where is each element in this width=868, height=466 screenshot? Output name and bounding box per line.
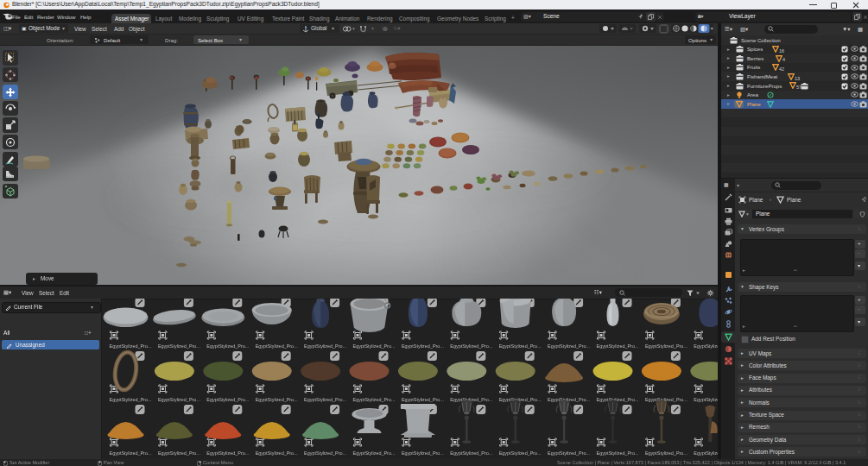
svg-text:EgyptStylized_Pro...: EgyptStylized_Pro... xyxy=(499,450,542,456)
svg-text:EgyptStylized_Pro...: EgyptStylized_Pro... xyxy=(548,396,590,402)
svg-text:EgyptStylized_Pro...: EgyptStylized_Pro... xyxy=(402,343,444,349)
svg-text:EgyptStylized_Pro...: EgyptStylized_Pro... xyxy=(206,450,249,456)
svg-text:EgyptStylized_Pro...: EgyptStylized_Pro... xyxy=(402,450,444,456)
svg-text:EgyptStylized_Pro...: EgyptStylized_Pro... xyxy=(304,450,346,456)
svg-text:EgyptStylized_Pro...: EgyptStylized_Pro... xyxy=(450,450,492,456)
svg-text:EgyptStylized_Pro...: EgyptStylized_Pro... xyxy=(110,450,152,456)
svg-text:EgyptStylized_Pro...: EgyptStylized_Pro... xyxy=(158,450,200,456)
svg-text:EgyptStylized_Pro...: EgyptStylized_Pro... xyxy=(645,450,687,456)
svg-text:EgyptStylized_Pro...: EgyptStylized_Pro... xyxy=(206,396,249,402)
svg-text:EgyptStylized_Pro...: EgyptStylized_Pro... xyxy=(110,396,152,402)
svg-text:EgyptStylized_Pro...: EgyptStylized_Pro... xyxy=(645,343,687,349)
svg-text:EgyptStylized_Pro...: EgyptStylized_Pro... xyxy=(450,343,492,349)
svg-text:EgyptStylized_Pro...: EgyptStylized_Pro... xyxy=(548,450,590,456)
svg-text:EgyptStylized_Pro...: EgyptStylized_Pro... xyxy=(256,343,298,349)
svg-text:EgyptStylized_Pro...: EgyptStylized_Pro... xyxy=(206,343,249,349)
svg-text:EgyptStylized_Pro...: EgyptStylized_Pro... xyxy=(158,343,200,349)
svg-text:EgyptStylized_Pro...: EgyptStylized_Pro... xyxy=(304,343,346,349)
svg-text:EgyptStylized_Pro...: EgyptStylized_Pro... xyxy=(597,343,639,349)
svg-text:EgyptStylized_Pro...: EgyptStylized_Pro... xyxy=(256,396,298,402)
svg-text:EgyptStylized_Pro...: EgyptStylized_Pro... xyxy=(353,343,396,349)
svg-text:EgyptStylized_Pro...: EgyptStylized_Pro... xyxy=(645,396,687,402)
svg-text:EgyptStylized_Pro...: EgyptStylized_Pro... xyxy=(402,396,444,402)
svg-text:EgyptStylized_Pro...: EgyptStylized_Pro... xyxy=(256,450,298,456)
svg-text:EgyptStylized_Pro...: EgyptStylized_Pro... xyxy=(694,396,718,402)
svg-text:EgyptStylized_Pro...: EgyptStylized_Pro... xyxy=(353,396,396,402)
svg-text:EgyptStylized_Pro...: EgyptStylized_Pro... xyxy=(548,343,590,349)
svg-text:EgyptStylized_Pro...: EgyptStylized_Pro... xyxy=(694,343,718,349)
svg-text:EgyptStylized_Pro...: EgyptStylized_Pro... xyxy=(499,343,542,349)
svg-text:EgyptStylized_Pro...: EgyptStylized_Pro... xyxy=(450,396,492,402)
svg-text:EgyptStylized_Pro...: EgyptStylized_Pro... xyxy=(158,396,200,402)
svg-text:EgyptStylized_Pro...: EgyptStylized_Pro... xyxy=(597,396,639,402)
svg-text:EgyptStylized_Pro...: EgyptStylized_Pro... xyxy=(499,396,542,402)
svg-text:EgyptStylized_Pro...: EgyptStylized_Pro... xyxy=(694,450,718,456)
svg-text:EgyptStylized_Pro...: EgyptStylized_Pro... xyxy=(304,396,346,402)
svg-text:EgyptStylized_Pro...: EgyptStylized_Pro... xyxy=(110,343,152,349)
svg-text:EgyptStylized_Pro...: EgyptStylized_Pro... xyxy=(353,450,396,456)
svg-text:EgyptStylized_Pro...: EgyptStylized_Pro... xyxy=(597,450,639,456)
